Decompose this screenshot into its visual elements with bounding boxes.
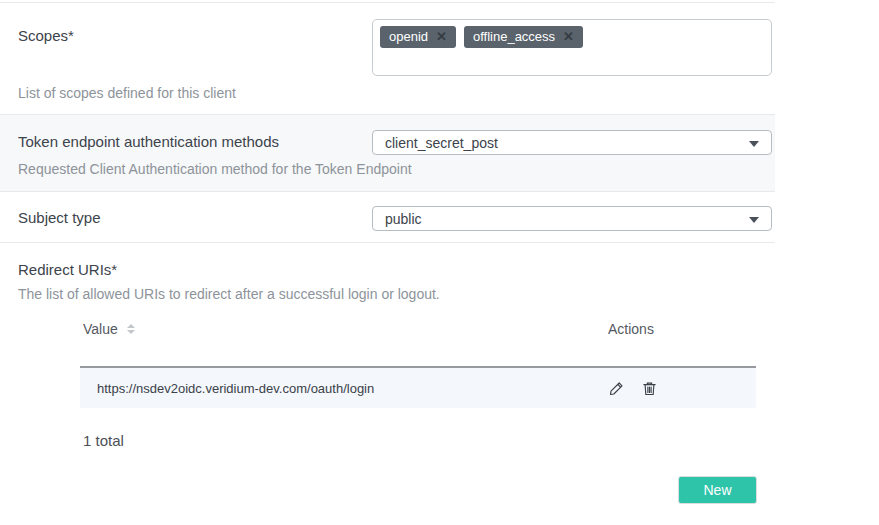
scopes-label: Scopes*	[18, 27, 74, 44]
redirect-uris-section: Redirect URIs* The list of allowed URIs …	[0, 243, 775, 525]
oidc-client-form: Scopes* openid ✕ offline_access ✕ List o…	[0, 2, 879, 525]
row-actions	[606, 380, 756, 397]
subject-type-row: Subject type public	[0, 192, 775, 243]
delete-icon[interactable]	[641, 380, 658, 397]
redirect-uris-label: Redirect URIs*	[18, 261, 117, 278]
token-endpoint-label: Token endpoint authentication methods	[18, 133, 279, 150]
new-button[interactable]: New	[678, 476, 757, 504]
total-count: 1 total	[83, 432, 124, 449]
subject-type-select[interactable]: public	[372, 206, 772, 231]
scopes-row: Scopes* openid ✕ offline_access ✕ List o…	[0, 2, 775, 114]
table-row: https://nsdev2oidc.veridium-dev.com/oaut…	[80, 368, 756, 408]
column-header-value[interactable]: Value	[80, 321, 606, 337]
table-header-row: Value Actions	[80, 317, 756, 368]
subject-type-label: Subject type	[18, 209, 101, 226]
scope-chip: openid ✕	[380, 26, 456, 48]
sort-icon[interactable]	[127, 324, 135, 334]
remove-scope-icon[interactable]: ✕	[436, 30, 447, 43]
redirect-uris-table: Value Actions https://nsdev2oidc.veridiu…	[80, 317, 756, 408]
edit-icon[interactable]	[608, 380, 625, 397]
scopes-multiselect[interactable]: openid ✕ offline_access ✕	[372, 19, 772, 76]
token-endpoint-selected-value: client_secret_post	[385, 135, 498, 151]
token-endpoint-select[interactable]: client_secret_post	[372, 130, 772, 155]
token-endpoint-help-text: Requested Client Authentication method f…	[18, 161, 412, 177]
scopes-help-text: List of scopes defined for this client	[18, 85, 236, 101]
scope-chip: offline_access ✕	[464, 26, 583, 48]
redirect-uris-help-text: The list of allowed URIs to redirect aft…	[18, 286, 440, 302]
redirect-uri-value: https://nsdev2oidc.veridium-dev.com/oaut…	[80, 381, 606, 396]
chevron-down-icon	[749, 217, 759, 223]
remove-scope-icon[interactable]: ✕	[563, 30, 574, 43]
scope-chip-label: offline_access	[473, 30, 555, 43]
chevron-down-icon	[749, 141, 759, 147]
token-endpoint-row: Token endpoint authentication methods cl…	[0, 114, 775, 192]
subject-type-selected-value: public	[385, 211, 422, 227]
column-header-actions: Actions	[606, 321, 756, 337]
scope-chip-label: openid	[389, 30, 428, 43]
